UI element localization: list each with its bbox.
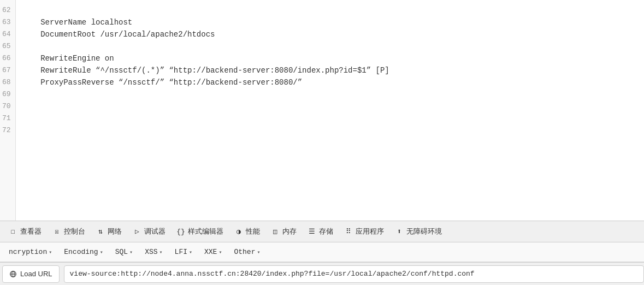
accessibility-icon: ⬆: [395, 227, 404, 236]
menu-item-sql[interactable]: SQL▾: [110, 246, 138, 258]
menu-label-encoding: Encoding: [64, 248, 98, 256]
chevron-down-icon: ▾: [189, 249, 192, 256]
line-number: 68: [2, 76, 11, 88]
devtools-label-console: 控制台: [64, 227, 85, 236]
devtools-item-apps[interactable]: ⠿应用程序: [340, 224, 388, 239]
console-icon: ☒: [52, 227, 61, 236]
menu-label-other: Other: [234, 248, 255, 256]
chevron-down-icon: ▾: [49, 249, 52, 256]
chevron-down-icon: ▾: [100, 249, 103, 256]
devtools-item-network[interactable]: ⇅网络: [92, 224, 126, 239]
code-line: [22, 88, 637, 100]
debugger-icon: ▷: [133, 227, 141, 236]
menu-label-xxe: XXE: [204, 248, 217, 256]
chevron-down-icon: ▾: [218, 249, 222, 256]
chevron-down-icon: ▾: [257, 249, 260, 256]
devtools-item-storage[interactable]: ☰存储: [303, 224, 338, 239]
chevron-down-icon: ▾: [129, 249, 133, 256]
devtools-label-memory: 内存: [282, 227, 297, 236]
menu-label-lfi: LFI: [175, 248, 187, 256]
menu-label-sql: SQL: [115, 248, 128, 256]
devtools-label-inspector: 查看器: [20, 227, 42, 236]
tool-menu-bar: ncryption▾Encoding▾SQL▾XSS▾LFI▾XXE▾Other…: [0, 242, 644, 262]
memory-icon: ◫: [271, 227, 280, 236]
url-input[interactable]: [64, 265, 644, 283]
chevron-down-icon: ▾: [159, 249, 163, 256]
devtools-item-memory[interactable]: ◫内存: [267, 224, 301, 239]
code-line: [22, 40, 637, 52]
devtools-item-style-editor[interactable]: {}样式编辑器: [172, 224, 228, 239]
line-number: 66: [2, 52, 11, 64]
code-content: ServerName localhost DocumentRoot /usr/l…: [16, 0, 644, 221]
style-icon: {}: [176, 227, 185, 236]
devtools-label-debugger: 调试器: [144, 227, 166, 236]
devtools-label-accessibility: 无障碍环境: [406, 227, 442, 236]
menu-item-xxe[interactable]: XXE▾: [199, 246, 227, 258]
devtools-toolbar: ☐查看器☒控制台⇅网络▷调试器{}样式编辑器◑性能◫内存☰存储⠿应用程序⬆无障碍…: [0, 221, 644, 242]
devtools-item-console[interactable]: ☒控制台: [48, 224, 90, 239]
devtools-label-network: 网络: [108, 227, 122, 236]
line-numbers: 6263646566676869707172: [0, 0, 16, 221]
devtools-item-accessibility[interactable]: ⬆无障碍环境: [391, 224, 446, 239]
code-line: ProxyPassReverse “/nssctf/” “http://back…: [22, 76, 637, 88]
menu-item-xss[interactable]: XSS▾: [139, 246, 168, 258]
line-number: 63: [2, 16, 11, 28]
devtools-item-performance[interactable]: ◑性能: [230, 224, 264, 239]
url-bar: Load URL: [0, 262, 644, 285]
line-number: 72: [2, 124, 11, 136]
performance-icon: ◑: [234, 227, 243, 236]
menu-item-encryption[interactable]: ncryption▾: [3, 246, 57, 258]
devtools-label-storage: 存储: [319, 227, 333, 236]
line-number: 62: [2, 4, 11, 16]
line-number: 70: [2, 100, 11, 112]
devtools-item-inspector[interactable]: ☐查看器: [4, 224, 46, 239]
code-line: [22, 100, 637, 112]
apps-icon: ⠿: [344, 227, 353, 236]
devtools-label-apps: 应用程序: [356, 227, 384, 236]
code-line: [22, 4, 637, 16]
code-editor: 6263646566676869707172 ServerName localh…: [0, 0, 644, 221]
line-number: 67: [2, 64, 11, 76]
code-line: ServerName localhost: [22, 16, 637, 28]
inspector-icon: ☐: [9, 227, 17, 236]
network-icon: ⇅: [96, 227, 105, 236]
code-line: DocumentRoot /usr/local/apache2/htdocs: [22, 28, 637, 40]
menu-item-lfi[interactable]: LFI▾: [169, 246, 198, 258]
code-line: RewriteRule “^/nssctf/(.*)” “http://back…: [22, 64, 637, 76]
devtools-item-debugger[interactable]: ▷调试器: [128, 224, 170, 239]
globe-icon: [9, 270, 17, 278]
menu-label-encryption: ncryption: [9, 248, 47, 256]
load-url-label: Load URL: [20, 270, 52, 278]
line-number: 71: [2, 112, 11, 124]
devtools-label-performance: 性能: [246, 227, 260, 236]
storage-icon: ☰: [308, 227, 316, 236]
menu-item-encoding[interactable]: Encoding▾: [58, 246, 108, 258]
load-url-button[interactable]: Load URL: [2, 265, 60, 283]
line-number: 69: [2, 88, 11, 100]
devtools-label-style-editor: 样式编辑器: [188, 227, 223, 236]
menu-label-xss: XSS: [145, 248, 157, 256]
menu-item-other[interactable]: Other▾: [228, 246, 265, 258]
line-number: 65: [2, 40, 11, 52]
line-number: 64: [2, 28, 11, 40]
code-line: RewriteEngine on: [22, 52, 637, 64]
